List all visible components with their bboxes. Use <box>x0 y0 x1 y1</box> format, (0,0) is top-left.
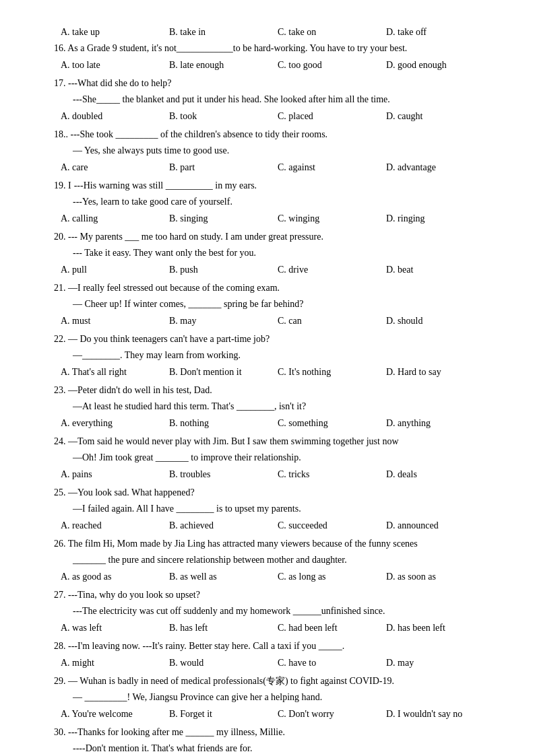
question-25-text: 25. —You look sad. What happened? <box>54 485 495 501</box>
question-25-option-B: B. achieved <box>169 518 278 533</box>
question-29-option-D: D. I wouldn't say no <box>386 707 495 722</box>
question-27-text: 27. ---Tina, why do you look so upset? <box>54 587 495 603</box>
question-29-text: 29. — Wuhan is badly in need of medical … <box>54 673 495 689</box>
question-28-options: A. mightB. wouldC. have toD. may <box>61 656 495 671</box>
question-28-option-C: C. have to <box>278 656 386 671</box>
question-17-option-D: D. caught <box>386 109 495 124</box>
question-29-option-C: C. Don't worry <box>278 707 386 722</box>
question-27-option-C: C. had been left <box>278 621 386 635</box>
question-21: 21. —I really feel stressed out because … <box>54 280 495 329</box>
question-24-option-C: C. tricks <box>278 467 386 482</box>
question-19-option-C: C. winging <box>278 211 386 226</box>
option-c-top: C. take on <box>278 27 386 38</box>
question-22-option-B: B. Don't mention it <box>169 365 278 380</box>
question-26-subtext: _______ the pure and sincere relationshi… <box>54 552 495 568</box>
question-22-options: A. That's all rightB. Don't mention itC.… <box>61 365 495 380</box>
question-19-subtext: ---Yes, learn to take good care of yours… <box>54 194 495 210</box>
question-28: 28. ---I'm leaving now. ---It's rainy. B… <box>54 638 495 671</box>
question-30-subtext: ----Don't mention it. That's what friend… <box>54 741 495 756</box>
question-24-options: A. painsB. troublesC. tricksD. deals <box>61 467 495 482</box>
question-16-option-D: D. good enough <box>386 58 495 73</box>
question-17-option-C: C. placed <box>278 109 386 124</box>
question-17-option-A: A. doubled <box>61 109 169 124</box>
question-29-subtext: — _________! We, Jiangsu Province can gi… <box>54 689 495 706</box>
question-30: 30. ---Thanks for looking after me _____… <box>54 724 495 756</box>
question-29-option-B: B. Forget it <box>169 707 278 722</box>
question-26-text: 26. The film Hi, Mom made by Jia Ling ha… <box>54 536 495 552</box>
question-18-option-D: D. advantage <box>386 160 495 175</box>
question-23-option-B: B. nothing <box>169 416 278 431</box>
question-28-option-B: B. would <box>169 656 278 671</box>
question-18-option-C: C. against <box>278 160 386 175</box>
question-19: 19. I---His warning was still __________… <box>54 178 495 226</box>
option-d-top: D. take off <box>386 27 495 38</box>
question-23: 23. —Peter didn't do well in his test, D… <box>54 382 495 431</box>
question-16-option-B: B. late enough <box>169 58 278 73</box>
question-25-option-C: C. succeeded <box>278 518 386 533</box>
question-22-option-A: A. That's all right <box>61 365 169 380</box>
question-28-text: 28. ---I'm leaving now. ---It's rainy. B… <box>54 638 495 654</box>
question-26-option-B: B. as well as <box>169 570 278 584</box>
question-16-text: 16. As a Grade 9 student, it's not______… <box>54 40 495 57</box>
question-17-subtext: ---She_____ the blanket and put it under… <box>54 92 495 108</box>
question-17: 17. ---What did she do to help?---She___… <box>54 75 495 124</box>
question-29: 29. — Wuhan is badly in need of medical … <box>54 673 495 722</box>
question-18-option-A: A. care <box>61 160 169 175</box>
question-21-option-C: C. can <box>278 314 386 329</box>
option-b-top: B. take in <box>169 27 278 38</box>
question-19-options: A. callingB. singingC. wingingD. ringing <box>61 211 495 226</box>
question-17-options: A. doubledB. tookC. placedD. caught <box>61 109 495 124</box>
question-26: 26. The film Hi, Mom made by Jia Ling ha… <box>54 536 495 584</box>
question-29-options: A. You're welcomeB. Forget itC. Don't wo… <box>61 707 495 722</box>
question-23-options: A. everythingB. nothingC. somethingD. an… <box>61 416 495 431</box>
question-28-option-D: D. may <box>386 656 495 671</box>
question-20-option-B: B. push <box>169 263 278 277</box>
question-19-option-B: B. singing <box>169 211 278 226</box>
question-28-option-A: A. might <box>61 656 169 671</box>
question-17-option-B: B. took <box>169 109 278 124</box>
question-23-subtext: —At least he studied hard this term. Tha… <box>54 399 495 415</box>
question-25-options: A. reachedB. achievedC. succeededD. anno… <box>61 518 495 533</box>
question-27-subtext: ---The electricity was cut off suddenly … <box>54 603 495 619</box>
question-27-options: A. was leftB. has leftC. had been leftD.… <box>61 621 495 635</box>
question-16-option-A: A. too late <box>61 58 169 73</box>
question-24-option-D: D. deals <box>386 467 495 482</box>
question-20-option-C: C. drive <box>278 263 386 277</box>
question-29-option-A: A. You're welcome <box>61 707 169 722</box>
question-27-option-B: B. has left <box>169 621 278 635</box>
question-18-options: A. careB. partC. againstD. advantage <box>61 160 495 175</box>
question-22-option-D: D. Hard to say <box>386 365 495 380</box>
question-22-subtext: —________. They may learn from working. <box>54 347 495 364</box>
option-a-top: A. take up <box>61 27 169 38</box>
question-21-option-B: B. may <box>169 314 278 329</box>
question-21-subtext: — Cheer up! If winter comes, _______ spr… <box>54 296 495 312</box>
question-27-option-D: D. has been left <box>386 621 495 635</box>
question-25-option-D: D. announced <box>386 518 495 533</box>
question-20-text: 20. --- My parents ___ me too hard on st… <box>54 229 495 245</box>
question-24-subtext: —Oh! Jim took great _______ to improve t… <box>54 450 495 466</box>
question-20: 20. --- My parents ___ me too hard on st… <box>54 229 495 277</box>
question-24-text: 24. —Tom said he would never play with J… <box>54 434 495 450</box>
question-22-text: 22. — Do you think teenagers can't have … <box>54 331 495 347</box>
question-19-option-A: A. calling <box>61 211 169 226</box>
question-24-option-A: A. pains <box>61 467 169 482</box>
question-20-options: A. pullB. pushC. driveD. beat <box>61 263 495 277</box>
question-18-text: 18.. ---She took _________ of the childr… <box>54 127 495 143</box>
question-26-option-C: C. as long as <box>278 570 386 584</box>
question-18-option-B: B. part <box>169 160 278 175</box>
question-18: 18.. ---She took _________ of the childr… <box>54 127 495 175</box>
question-23-option-C: C. something <box>278 416 386 431</box>
question-24-option-B: B. troubles <box>169 467 278 482</box>
question-20-option-D: D. beat <box>386 263 495 277</box>
question-18-subtext: — Yes, she always puts time to good use. <box>54 143 495 159</box>
question-26-option-D: D. as soon as <box>386 570 495 584</box>
question-23-option-A: A. everything <box>61 416 169 431</box>
question-25-option-A: A. reached <box>61 518 169 533</box>
question-16-options: A. too lateB. late enoughC. too goodD. g… <box>61 58 495 73</box>
question-25-subtext: —I failed again. All I have ________ is … <box>54 501 495 517</box>
question-22: 22. — Do you think teenagers can't have … <box>54 331 495 380</box>
question-20-subtext: --- Take it easy. They want only the bes… <box>54 245 495 261</box>
question-19-text: 19. I---His warning was still __________… <box>54 178 495 194</box>
question-23-text: 23. —Peter didn't do well in his test, D… <box>54 382 495 399</box>
question-16-option-C: C. too good <box>278 58 386 73</box>
